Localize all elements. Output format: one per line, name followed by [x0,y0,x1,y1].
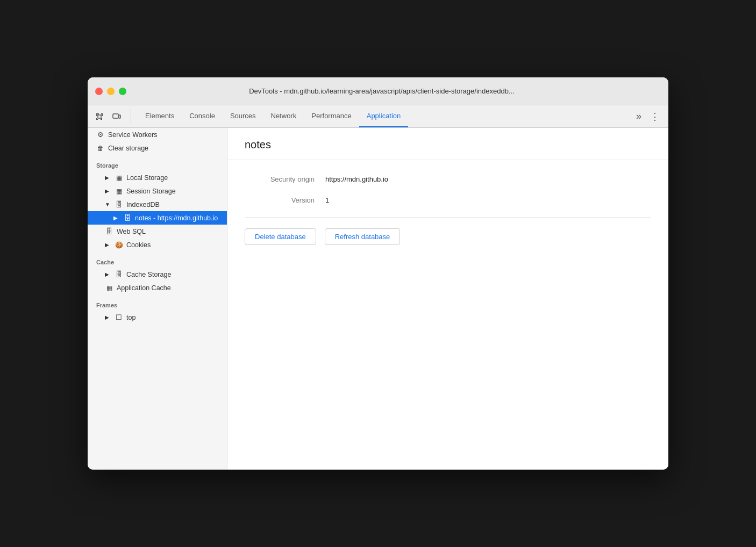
security-origin-row: Security origin https://mdn.github.io [245,175,651,183]
tab-elements[interactable]: Elements [138,105,182,127]
arrow-down-icon: ▼ [105,201,111,207]
divider [245,217,651,218]
sidebar-item-cookies[interactable]: ▶ Cookies [88,238,227,251]
security-origin-value: https://mdn.github.io [325,175,388,183]
toolbar-icons [92,109,131,124]
gear-icon [96,131,105,139]
inspect-icon[interactable] [92,109,107,124]
devtools-window: DevTools - mdn.github.io/learning-area/j… [88,77,668,470]
sidebar-item-application-cache[interactable]: Application Cache [88,281,227,294]
sidebar-item-cache-storage[interactable]: ▶ 🗄 Cache Storage [88,268,227,281]
db-icon-notes: 🗄 [123,214,132,222]
arrow-right-icon: ▶ [105,188,111,194]
arrow-right-icon-cookies: ▶ [105,242,111,248]
main-area: Service Workers Clear storage Storage ▶ … [88,128,668,470]
sidebar-item-web-sql[interactable]: 🗄 Web SQL [88,225,227,238]
tabs: Elements Console Sources Network Perform… [138,105,632,127]
frame-icon: ☐ [115,313,123,321]
storage-section-label: Storage [88,155,227,171]
sidebar-item-service-workers[interactable]: Service Workers [88,128,227,141]
sidebar-item-indexeddb[interactable]: ▼ 🗄 IndexedDB [88,198,227,211]
window-title: DevTools - mdn.github.io/learning-area/j… [103,87,661,95]
arrow-right-icon: ▶ [105,175,111,181]
more-tabs-button[interactable]: » [632,105,646,127]
sidebar: Service Workers Clear storage Storage ▶ … [88,128,227,470]
grid-icon [115,174,123,182]
svg-rect-1 [113,114,118,118]
arrow-right-icon-cache: ▶ [105,271,111,277]
refresh-database-button[interactable]: Refresh database [325,228,401,245]
more-options-button[interactable]: ⋮ [646,111,664,123]
security-origin-label: Security origin [245,175,315,183]
db-icon: 🗄 [115,200,123,208]
grid-icon-appcache [105,284,113,292]
svg-rect-2 [119,115,120,118]
sidebar-item-top[interactable]: ▶ ☐ top [88,311,227,324]
content-body: Security origin https://mdn.github.io Ve… [227,160,668,470]
db-icon-websql: 🗄 [105,227,113,235]
content-header: notes [227,128,668,160]
version-label: Version [245,196,315,204]
arrow-right-icon-notes: ▶ [113,215,120,221]
sidebar-item-clear-storage[interactable]: Clear storage [88,141,227,155]
trash-icon [96,144,105,152]
sidebar-item-notes-db[interactable]: ▶ 🗄 notes - https://mdn.github.io [88,211,227,225]
tab-network[interactable]: Network [263,105,304,127]
svg-rect-0 [98,115,101,118]
close-button[interactable] [95,88,103,95]
sidebar-item-session-storage[interactable]: ▶ Session Storage [88,184,227,198]
grid-icon-session [115,187,123,195]
sidebar-item-local-storage[interactable]: ▶ Local Storage [88,171,227,184]
cookie-icon [115,241,123,249]
tab-console[interactable]: Console [182,105,223,127]
tab-application[interactable]: Application [359,105,409,127]
content-panel: notes Security origin https://mdn.github… [227,128,668,470]
arrow-right-icon-top: ▶ [105,314,111,320]
titlebar: DevTools - mdn.github.io/learning-area/j… [88,77,668,105]
button-row: Delete database Refresh database [245,228,651,245]
version-row: Version 1 [245,196,651,204]
delete-database-button[interactable]: Delete database [245,228,316,245]
device-icon[interactable] [109,109,124,124]
toolbar: Elements Console Sources Network Perform… [88,105,668,128]
tab-sources[interactable]: Sources [223,105,263,127]
cache-section-label: Cache [88,251,227,268]
db-icon-cache: 🗄 [115,270,123,278]
content-title: notes [245,139,651,151]
tab-performance[interactable]: Performance [304,105,359,127]
version-value: 1 [325,196,329,204]
frames-section-label: Frames [88,294,227,311]
